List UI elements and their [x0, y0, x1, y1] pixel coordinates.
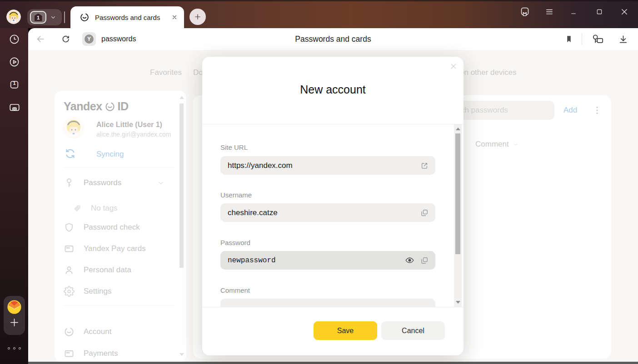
browser-window: 1 Passwords and cards — [0, 0, 638, 364]
comment-input[interactable] — [220, 304, 435, 307]
reload-button[interactable] — [61, 28, 70, 50]
new-account-dialog: New account Site URL Username — [202, 57, 464, 355]
window-minimize-button[interactable] — [568, 5, 580, 18]
rail-more-dots[interactable] — [0, 347, 28, 349]
tab-group-pill[interactable]: 1 — [27, 9, 62, 25]
tab-strip-divider — [64, 11, 65, 23]
site-url-field[interactable] — [220, 156, 435, 175]
avatar-alice-icon — [6, 10, 21, 24]
dialog-body: Site URL Username — [202, 124, 464, 307]
password-input[interactable] — [220, 256, 405, 265]
rail-dock — [4, 296, 25, 335]
tab-group-badge: 1 — [30, 11, 46, 24]
site-url-input[interactable] — [220, 161, 420, 170]
browser-toolbar: Y passwords Passwords and cards — [28, 28, 638, 50]
password-field[interactable] — [220, 251, 435, 270]
tab-close-icon[interactable] — [171, 14, 178, 20]
page-bottom-bar — [28, 362, 638, 364]
username-field[interactable] — [220, 203, 435, 222]
url-text: passwords — [101, 35, 136, 43]
site-badge-icon: Y — [82, 32, 96, 46]
tab-strip: 1 Passwords and cards — [0, 0, 638, 28]
open-external-link-icon[interactable] — [420, 161, 429, 170]
username-label: Username — [220, 191, 252, 199]
chevron-down-icon[interactable] — [50, 14, 56, 20]
yandex-browser-logo[interactable] — [7, 300, 22, 316]
comment-label: Comment — [220, 286, 250, 294]
window-close-button[interactable] — [618, 5, 631, 18]
rail-tab-count: 1 — [9, 80, 20, 86]
copy-icon[interactable] — [420, 208, 429, 217]
dialog-close-icon[interactable] — [449, 62, 458, 70]
password-label: Password — [220, 239, 250, 246]
dialog-title: New account — [202, 83, 464, 96]
username-input[interactable] — [220, 208, 420, 217]
scrollbar-thumb[interactable] — [455, 133, 460, 254]
dialog-footer-divider — [202, 307, 464, 307]
video-player-icon[interactable] — [9, 56, 20, 68]
profile-avatar[interactable] — [6, 10, 21, 24]
history-clock-icon[interactable] — [9, 34, 20, 45]
address-bar[interactable]: Y passwords — [82, 28, 136, 50]
toolbar-divider — [582, 33, 582, 45]
dock-add-button[interactable] — [9, 317, 20, 328]
back-button[interactable] — [35, 28, 45, 50]
site-url-label: Site URL — [220, 143, 248, 151]
eye-show-password-icon[interactable] — [405, 256, 414, 265]
window-maximize-button[interactable] — [593, 5, 606, 18]
active-tab[interactable]: Passwords and cards — [70, 6, 184, 28]
new-tab-button[interactable] — [189, 9, 206, 25]
tabs-icon[interactable]: 1 — [9, 79, 20, 90]
tab-group-count: 1 — [35, 14, 42, 21]
downloads-icon[interactable] — [618, 28, 628, 50]
menu-hamburger-icon[interactable] — [543, 5, 556, 18]
passwords-manager-icon[interactable] — [592, 28, 604, 50]
tab-title: Passwords and cards — [95, 14, 171, 21]
yandex-id-smile-icon — [80, 12, 90, 22]
save-button[interactable]: Save — [314, 321, 377, 340]
screenshot-icon[interactable] — [9, 102, 20, 113]
bookmark-filled-icon[interactable] — [564, 28, 573, 50]
comment-field[interactable] — [220, 299, 435, 307]
copy-icon[interactable] — [420, 256, 429, 265]
dialog-scrollbar[interactable] — [454, 124, 462, 307]
cancel-button[interactable]: Cancel — [381, 321, 445, 340]
bookmarks-panel-icon[interactable] — [518, 5, 531, 18]
side-rail: 1 — [0, 28, 28, 364]
